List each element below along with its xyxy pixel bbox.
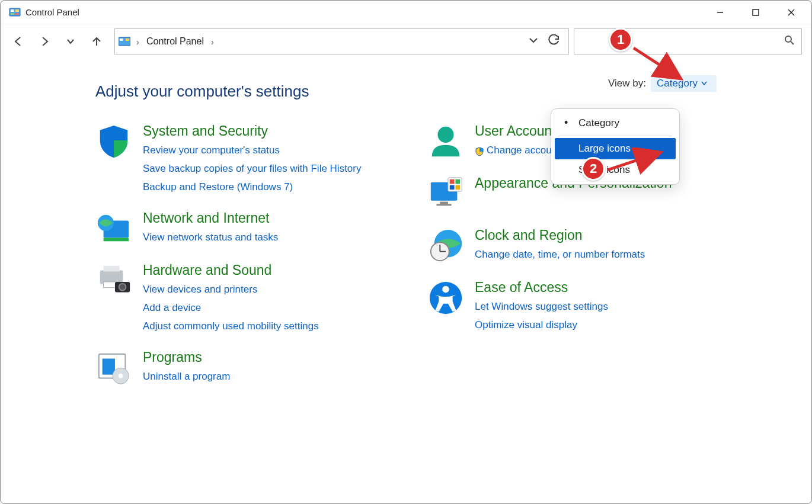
category-title[interactable]: Ease of Access: [475, 280, 608, 296]
annotation-arrow-1: [629, 43, 694, 91]
svg-rect-29: [437, 204, 452, 206]
chevron-down-icon: [701, 81, 707, 86]
category-link[interactable]: View devices and printers: [143, 281, 319, 297]
search-icon: [784, 34, 795, 49]
annotation-arrow-2: [604, 147, 669, 177]
svg-rect-28: [440, 202, 448, 204]
breadcrumb-separator-icon[interactable]: ›: [209, 37, 216, 47]
svg-rect-1: [11, 9, 14, 12]
control-panel-small-icon: [119, 37, 130, 46]
svg-rect-15: [104, 238, 129, 242]
annotation-badge-1: 1: [609, 28, 632, 52]
user-icon: [427, 123, 464, 160]
svg-line-42: [608, 152, 661, 170]
svg-line-13: [791, 41, 794, 44]
category-title[interactable]: Hardware and Sound: [143, 262, 319, 279]
svg-point-25: [119, 374, 123, 378]
svg-rect-2: [15, 9, 19, 12]
category-link[interactable]: Optimize visual display: [475, 317, 608, 333]
category-hardware-sound: Hardware and Sound View devices and prin…: [95, 262, 392, 334]
forward-button[interactable]: [31, 28, 57, 54]
svg-point-40: [442, 286, 449, 293]
back-button[interactable]: [5, 28, 31, 54]
category-link[interactable]: Adjust commonly used mobility settings: [143, 318, 319, 334]
category-link[interactable]: Review your computer's status: [143, 142, 362, 158]
svg-point-26: [437, 127, 453, 143]
programs-icon: [95, 349, 132, 386]
svg-rect-11: [126, 38, 129, 41]
left-column: System and Security Review your computer…: [95, 123, 392, 386]
category-programs: Programs Uninstall a program: [95, 349, 392, 386]
menu-item-category[interactable]: Category: [555, 113, 676, 134]
breadcrumb-separator-icon[interactable]: ›: [134, 37, 142, 47]
svg-rect-3: [11, 13, 14, 15]
close-button[interactable]: [773, 1, 809, 24]
content-area: Adjust your computer's settings View by:…: [1, 59, 811, 404]
category-title[interactable]: Clock and Region: [475, 227, 645, 244]
svg-rect-31: [450, 179, 455, 184]
titlebar: Control Panel: [1, 1, 811, 24]
category-clock-region: Clock and Region Change date, time, or n…: [427, 227, 724, 264]
menu-separator: [558, 136, 672, 136]
svg-point-21: [119, 284, 126, 291]
svg-rect-34: [455, 185, 460, 190]
category-link[interactable]: Change date, time, or number formats: [475, 246, 645, 262]
window: Control Panel › Control Panel ›: [0, 0, 812, 504]
printer-camera-icon: [95, 262, 132, 299]
svg-rect-32: [455, 179, 460, 184]
svg-rect-10: [120, 38, 123, 41]
breadcrumb-location[interactable]: Control Panel: [145, 36, 205, 47]
category-link[interactable]: Let Windows suggest settings: [475, 298, 608, 314]
category-system-security: System and Security Review your computer…: [95, 123, 392, 195]
shield-icon: [95, 123, 132, 160]
category-title[interactable]: Network and Internet: [143, 210, 278, 227]
category-title[interactable]: Programs: [143, 349, 230, 366]
window-controls: [702, 1, 809, 24]
category-title[interactable]: System and Security: [143, 123, 362, 140]
recent-locations-button[interactable]: [57, 28, 84, 54]
category-link[interactable]: Uninstall a program: [143, 368, 230, 384]
uac-shield-icon: [475, 145, 484, 155]
svg-rect-23: [103, 359, 115, 375]
svg-rect-4: [15, 13, 19, 15]
category-link[interactable]: View network status and tasks: [143, 229, 278, 245]
category-columns: System and Security Review your computer…: [95, 123, 794, 386]
control-panel-icon: [9, 7, 21, 18]
address-bar[interactable]: › Control Panel ›: [114, 28, 569, 54]
category-link[interactable]: Add a device: [143, 300, 319, 316]
accessibility-icon: [427, 280, 464, 316]
svg-point-12: [785, 36, 791, 42]
globe-clock-icon: [427, 227, 464, 264]
svg-rect-18: [104, 266, 120, 272]
address-dropdown-icon[interactable]: [528, 35, 539, 48]
svg-line-41: [634, 48, 681, 79]
category-network-internet: Network and Internet View network status…: [95, 210, 392, 247]
category-ease-access: Ease of Access Let Windows suggest setti…: [427, 280, 724, 333]
up-button[interactable]: [84, 28, 110, 54]
minimize-button[interactable]: [702, 1, 738, 24]
globe-monitor-icon: [95, 210, 132, 247]
svg-rect-0: [9, 8, 20, 16]
monitor-apps-icon: [427, 175, 464, 212]
category-link[interactable]: Backup and Restore (Windows 7): [143, 179, 362, 195]
window-title: Control Panel: [25, 7, 79, 17]
svg-rect-33: [450, 185, 455, 190]
category-link[interactable]: Save backup copies of your files with Fi…: [143, 160, 362, 176]
refresh-button[interactable]: [548, 34, 560, 49]
annotation-badge-2: 2: [581, 157, 605, 181]
svg-rect-6: [753, 9, 759, 15]
maximize-button[interactable]: [738, 1, 773, 24]
